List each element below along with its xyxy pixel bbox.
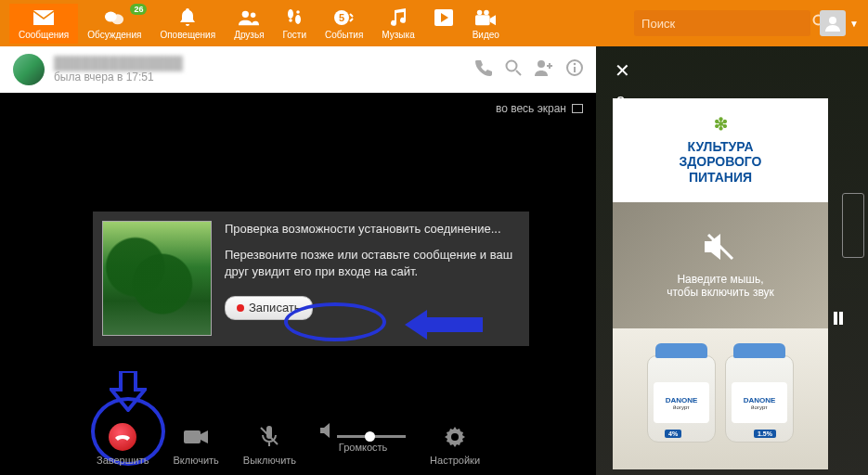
nav-label: Обсуждения (87, 30, 141, 40)
svg-point-17 (538, 60, 545, 68)
svg-rect-20 (574, 67, 576, 72)
volume-control[interactable]: Громкость (320, 423, 406, 466)
ad-video-muted[interactable]: Наведите мышь, чтобы включить звук (613, 202, 828, 328)
play-square-icon (434, 7, 454, 28)
connection-status-line1: Проверка возможности установить соединен… (225, 221, 520, 238)
nav-events[interactable]: 5 События (316, 4, 372, 44)
music-note-icon (388, 7, 408, 28)
chat-header: ██████████████ была вчера в 17:51 (0, 46, 596, 93)
right-side-panel: ✕ ? ❇ КУЛЬТУРА ЗДОРОВОГО ПИТАНИЯ Наведит… (596, 46, 868, 475)
ad2-line1: Наведите мышь, (677, 273, 763, 286)
ctrl-label: Выключить (243, 455, 296, 466)
jar-right: DANONE йогурт 1.5% (725, 355, 794, 443)
bell-icon (177, 7, 198, 28)
connection-status-line2: Перезвоните позже или оставьте сообщение… (225, 247, 520, 280)
call-controls-toolbar: Завершить Включить Выключить Громкость (0, 423, 596, 466)
chat-status: была вчера в 17:51 (54, 71, 183, 83)
ad1-line2: ЗДОРОВОГО (680, 154, 762, 170)
profile-chevron-down-icon[interactable]: ▼ (849, 19, 859, 29)
avatar[interactable] (13, 54, 45, 85)
chat-contact-name[interactable]: ██████████████ (54, 56, 183, 71)
svg-point-6 (289, 19, 292, 22)
record-label: Записать (249, 300, 301, 316)
jar-brand: DANONE (666, 396, 698, 404)
record-dot-icon (237, 304, 244, 312)
fullscreen-label: во весь экран (496, 102, 566, 115)
svg-point-4 (288, 9, 293, 19)
ok-5-icon: 5 (334, 7, 355, 28)
nav-label: Оповещения (160, 30, 215, 40)
svg-point-23 (451, 433, 459, 441)
pager-indicator[interactable] (834, 312, 843, 325)
jar-tag-right: 1.5% (754, 430, 776, 438)
nav-friends[interactable]: Друзья (225, 4, 273, 44)
profile-menu[interactable] (820, 10, 846, 36)
search-input[interactable] (634, 17, 805, 31)
nav-messages[interactable]: Сообщения (9, 4, 78, 44)
info-icon[interactable] (566, 59, 583, 80)
end-call-button[interactable]: Завершить (97, 423, 149, 466)
nav-label: Друзья (234, 30, 264, 40)
fullscreen-icon (572, 104, 583, 113)
discussions-badge: 26 (130, 4, 147, 15)
nav-discussions[interactable]: 26 Обсуждения (78, 4, 150, 44)
svg-point-11 (477, 9, 483, 15)
ad1-line1: КУЛЬТУРА (687, 139, 753, 155)
nav-label: События (325, 30, 363, 40)
contact-preview-thumb (102, 221, 212, 336)
camcorder-icon (475, 7, 496, 28)
ad1-line3: ПИТАНИЯ (689, 170, 752, 186)
speaker-mute-icon (705, 233, 736, 263)
camera-on-button[interactable]: Включить (173, 423, 218, 466)
wheat-icon: ❇ (714, 115, 728, 135)
footprints-icon (284, 7, 304, 28)
record-message-button[interactable]: Записать (225, 296, 313, 320)
right-side-widget[interactable] (842, 193, 864, 258)
settings-button[interactable]: Настройки (430, 423, 480, 466)
search-in-chat-icon[interactable] (505, 59, 522, 80)
mic-slash-icon (255, 423, 283, 451)
volume-slider[interactable] (337, 435, 406, 438)
phone-icon[interactable] (475, 59, 492, 80)
svg-point-15 (829, 17, 836, 24)
nav-label: Музыка (382, 30, 414, 40)
nav-notifications[interactable]: Оповещения (150, 4, 225, 44)
annotation-arrow-down (110, 371, 147, 412)
jar-tag-left: 4% (665, 430, 681, 438)
ctrl-label: Включить (173, 455, 218, 466)
svg-text:5: 5 (339, 12, 344, 23)
ctrl-label: Завершить (97, 455, 149, 466)
svg-point-7 (296, 10, 300, 14)
add-person-icon[interactable] (535, 59, 553, 80)
nav-label: Гости (283, 30, 306, 40)
nav-label: Видео (473, 30, 499, 40)
nav-guests[interactable]: Гости (274, 4, 316, 44)
jar-brand: DANONE (744, 396, 776, 404)
svg-rect-21 (184, 430, 201, 443)
mic-off-button[interactable]: Выключить (243, 423, 296, 466)
hangup-icon (109, 423, 136, 451)
nav-play[interactable] (424, 4, 463, 44)
jar-sub: йогурт (673, 404, 690, 410)
svg-point-12 (484, 9, 489, 15)
svg-point-3 (251, 12, 256, 18)
speaker-icon (320, 423, 333, 438)
gear-icon (441, 423, 469, 451)
nav-label (442, 30, 445, 40)
nav-video[interactable]: Видео (463, 4, 509, 44)
nav-label: Сообщения (19, 30, 69, 40)
nav-music[interactable]: Музыка (372, 4, 423, 44)
close-icon[interactable]: ✕ (615, 59, 868, 82)
chat-bubbles-icon (104, 7, 124, 28)
search-box[interactable] (634, 10, 810, 36)
fullscreen-toggle[interactable]: во весь экран (496, 102, 583, 115)
svg-point-19 (574, 63, 577, 66)
jar-left: DANONE йогурт 4% (647, 355, 716, 443)
ad-column: ❇ КУЛЬТУРА ЗДОРОВОГО ПИТАНИЯ Наведите мы… (613, 98, 828, 469)
connection-message-panel: Проверка возможности установить соединен… (93, 212, 529, 346)
ad-healthy-food[interactable]: ❇ КУЛЬТУРА ЗДОРОВОГО ПИТАНИЯ (613, 98, 828, 202)
ad-product-jars[interactable]: DANONE йогурт 4% DANONE йогурт 1.5% (613, 328, 828, 469)
ctrl-label: Настройки (430, 455, 480, 466)
friends-icon (239, 7, 259, 28)
svg-point-16 (507, 61, 517, 71)
